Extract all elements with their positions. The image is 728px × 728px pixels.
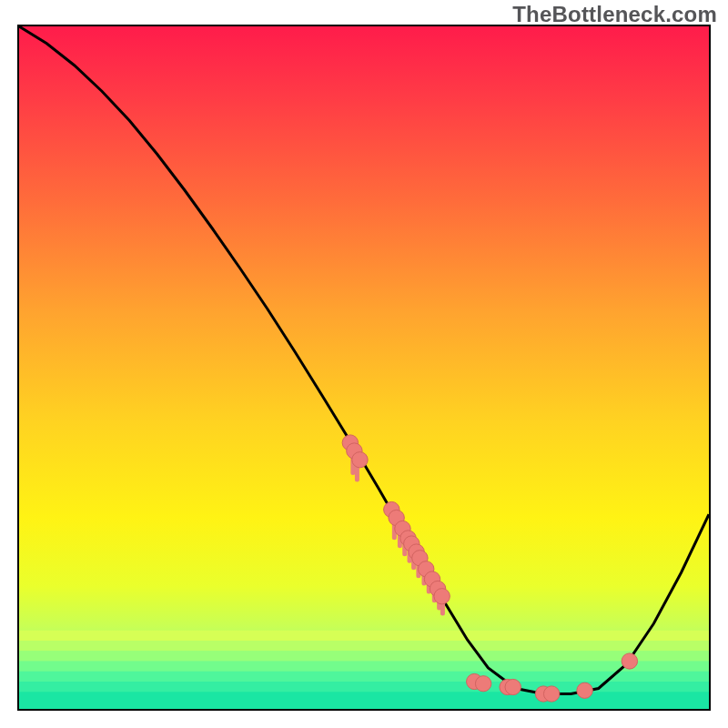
- watermark-text: TheBottleneck.com: [512, 2, 717, 27]
- curve-layer: [19, 26, 709, 709]
- data-point: [475, 676, 490, 692]
- data-point: [543, 686, 559, 702]
- data-point: [622, 653, 637, 669]
- data-point: [505, 679, 521, 694]
- chart-frame: TheBottleneck.com: [0, 0, 728, 728]
- bottleneck-curve: [19, 26, 709, 694]
- data-point: [352, 452, 368, 468]
- data-point: [434, 589, 450, 604]
- plot-area: [17, 25, 711, 711]
- data-point: [577, 682, 592, 698]
